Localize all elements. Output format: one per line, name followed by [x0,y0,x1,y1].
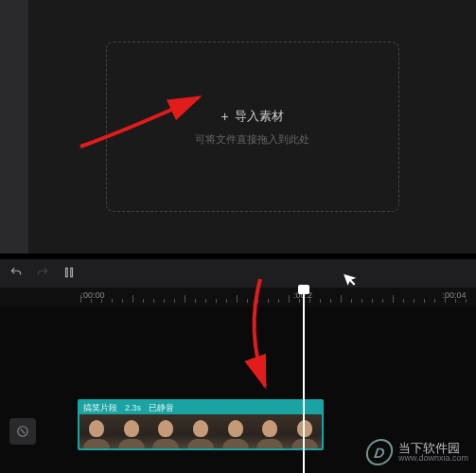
clip-frame [184,414,219,450]
ruler-tick [361,299,362,303]
ruler-tick [174,299,175,303]
ruler-tick [143,299,144,303]
ruler-tick [205,299,206,303]
ruler-tick [320,299,321,303]
ruler-tick [91,299,92,303]
watermark-en: www.downxia.com [398,454,468,463]
ruler-tick [445,295,446,303]
ruler-tick [80,295,81,303]
ruler-tick [289,295,290,303]
import-hint: 可将文件直接拖入到此处 [195,132,309,147]
ruler-tick [247,299,248,303]
split-button[interactable] [62,266,76,282]
clip-mute-label: 已静音 [149,402,174,414]
left-sidebar-strip [0,0,28,254]
watermark: D 当下软件园 www.downxia.com [366,439,468,465]
clip-duration: 2.3s [125,403,141,412]
clip-thumbnails [79,414,322,450]
timeline-ruler[interactable]: :00:00 :00:2 :00:04 [0,288,476,307]
video-clip[interactable]: 搞笑片段 2.3s 已静音 [78,399,324,450]
ruler-tick [153,299,154,303]
import-media-dropzone[interactable]: + 导入素材 可将文件直接拖入到此处 [106,42,399,212]
ruler-tick [466,299,467,303]
ruler-tick [382,299,383,303]
clip-name: 搞笑片段 [83,402,117,414]
clip-header: 搞笑片段 2.3s 已静音 [79,401,322,414]
clip-frame [218,414,253,450]
watermark-logo-icon: D [364,439,395,465]
clip-frame [253,414,288,450]
ruler-tick [372,299,373,303]
ruler-tick [195,299,196,303]
import-label-row: + 导入素材 [220,108,283,125]
ruler-tick [122,299,123,303]
media-panel: + 导入素材 可将文件直接拖入到此处 [28,0,476,254]
ruler-tick [330,299,331,303]
import-label: 导入素材 [235,108,284,125]
ruler-tick [299,299,300,303]
ruler-tick [185,295,185,303]
timeline-toolbar [0,259,476,288]
redo-button [36,266,49,282]
clip-frame [115,414,150,450]
clip-frame [149,414,184,450]
ruler-tick [257,299,258,303]
ruler-tick [455,299,456,303]
ruler-tick [434,299,435,303]
ruler-tick [403,299,404,303]
svg-rect-1 [71,268,73,276]
ruler-tick [341,295,342,303]
ruler-tick [132,295,133,303]
ruler-label-4: :00:04 [442,290,466,300]
clip-frame [79,414,115,450]
ruler-tick [226,299,227,303]
ruler-tick [164,299,165,303]
ruler-tick [309,299,310,303]
plus-icon: + [220,109,228,124]
ruler-tick [351,299,352,303]
ruler-tick [112,299,113,303]
playhead-handle[interactable] [298,285,309,294]
svg-rect-0 [66,268,68,276]
track-toggle-button[interactable] [9,418,36,445]
ruler-tick [393,295,394,303]
ruler-tick [237,295,238,303]
playhead[interactable] [303,288,305,473]
ruler-tick [101,299,102,303]
ruler-tick [414,299,414,303]
ruler-tick [278,299,279,303]
ruler-tick [268,299,269,303]
undo-button[interactable] [9,266,23,282]
ruler-tick [216,299,217,303]
ruler-tick [424,299,425,303]
